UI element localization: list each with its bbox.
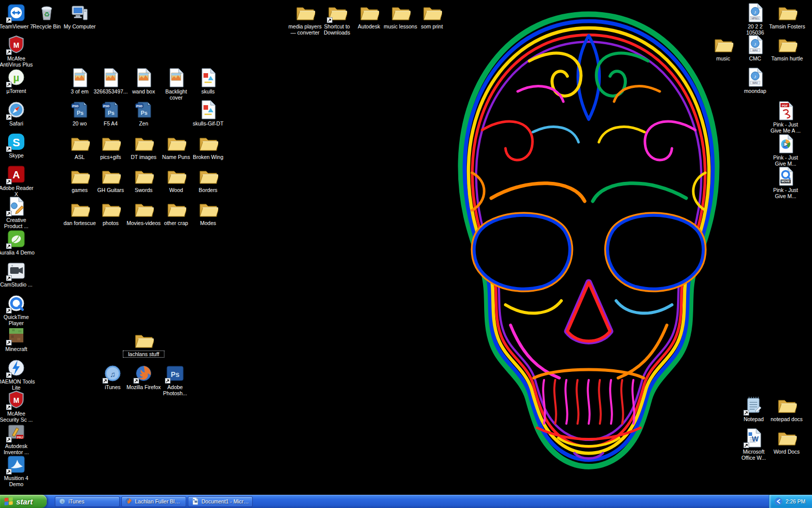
desktop-icon-daemon-tools-lite[interactable]: DAEMON Tools Lite bbox=[0, 358, 33, 391]
desktop-icon-autodesk-inventor[interactable]: PRJAutodesk Inventor ... bbox=[0, 422, 33, 455]
taskbar-button-lachlan-fuller-blog[interactable]: Lachlan Fuller Blog | ... bbox=[121, 496, 186, 507]
desktop-icon-torrent[interactable]: µµTorrent bbox=[0, 67, 33, 94]
desktop-icon-zen[interactable]: PSDPsZen bbox=[126, 100, 161, 126]
svg-text:W: W bbox=[752, 435, 759, 443]
desktop-icon-skulls-gif-dt[interactable]: skulls-Gif-DT bbox=[191, 100, 225, 126]
taskbar-button-itunes[interactable]: ♫iTunes bbox=[55, 496, 120, 507]
desktop-icon-quicktime-player[interactable]: QuickTime Player bbox=[0, 293, 33, 326]
desktop-icon-mcafee-security-sc[interactable]: MMcAfee Security Sc ... bbox=[0, 390, 33, 423]
psd-file-icon: PSDPs bbox=[133, 100, 154, 120]
mcafee-icon: M bbox=[6, 390, 26, 410]
folder-icon bbox=[70, 199, 90, 219]
itunes-file-icon: ♪MPEG bbox=[745, 3, 765, 23]
skype-icon: S bbox=[6, 132, 26, 152]
psd-file-icon: PSDPs bbox=[70, 100, 90, 120]
desktop-icon-recycle-bin[interactable]: ♻Recycle Bin bbox=[29, 3, 64, 29]
svg-text:A: A bbox=[13, 169, 20, 180]
windows-logo-icon bbox=[4, 496, 14, 506]
taskbar: start ♫iTunesLachlan Fuller Blog | ...WD… bbox=[0, 495, 812, 508]
svg-text:µ: µ bbox=[13, 72, 19, 83]
mcafee-icon: M bbox=[6, 35, 26, 55]
desktop-icon-creative-product[interactable]: Creative Product ... bbox=[0, 196, 33, 229]
mov-file-icon: MOVIE bbox=[775, 166, 796, 186]
desktop-icon-3266353497[interactable]: 3266353497... bbox=[93, 68, 128, 94]
icon-label: Modes bbox=[188, 220, 228, 226]
desktop-icon-adobe-reader-x[interactable]: AAdobe Reader X bbox=[0, 164, 33, 197]
desktop-icon-pink-just-give-m[interactable]: Pink - Just Give M... bbox=[768, 134, 803, 167]
desktop-icon-my-computer[interactable]: My Computer bbox=[62, 3, 97, 29]
desktop-icon-notepad-docs[interactable]: notepad docs bbox=[769, 395, 804, 422]
daemon-tools-icon bbox=[6, 358, 26, 378]
desktop[interactable]: TeamViewer 7♻Recycle BinMy ComputerMMcAf… bbox=[0, 0, 812, 495]
folder-icon bbox=[70, 133, 90, 153]
icon-label: Borders bbox=[188, 187, 228, 193]
desktop-icon-lachlans-stuff[interactable]: lachlans stuff bbox=[126, 330, 161, 357]
folder-icon bbox=[390, 3, 411, 23]
icon-label: Tamsin hurtle bbox=[767, 55, 807, 61]
skulls-file-icon bbox=[198, 68, 218, 88]
recycle-bin-icon: ♻ bbox=[37, 3, 57, 23]
folder-icon bbox=[133, 166, 154, 186]
desktop-icon-moondap[interactable]: ♪WAVmoondap bbox=[738, 67, 772, 94]
desktop-icon-pink-just-give-me-a[interactable]: PDFPink - Just Give Me A ... bbox=[768, 101, 803, 134]
desktop-icon-skulls[interactable]: skulls bbox=[191, 68, 225, 94]
desktop-icon-pink-just-give-m[interactable]: MOVIEPink - Just Give M... bbox=[768, 166, 803, 199]
image-file-icon bbox=[70, 68, 90, 88]
svg-text:Ps: Ps bbox=[108, 110, 114, 116]
icon-label: Broken Wing bbox=[188, 154, 228, 160]
folder-icon bbox=[776, 428, 797, 448]
auralia-icon bbox=[6, 229, 26, 249]
desktop-icon-backlight-cover[interactable]: Backlight cover bbox=[159, 68, 193, 101]
icon-label: CamStudio ... bbox=[0, 281, 37, 288]
desktop-icon-notepad[interactable]: Notepad bbox=[736, 395, 771, 422]
desktop-icon-tamsin-hurtle[interactable]: Tamsin hurtle bbox=[770, 35, 804, 61]
start-button[interactable]: start bbox=[0, 495, 47, 508]
desktop-icon-skype[interactable]: SSkype bbox=[0, 132, 33, 158]
icon-label: Pink - Just Give M... bbox=[765, 154, 806, 167]
windows-xp-desktop: { "desktop": { "background": "#000000", … bbox=[0, 0, 812, 508]
icon-label: McAfee AntiVirus Plus bbox=[0, 55, 37, 68]
desktop-icon-20-2-2-105036[interactable]: ♪MPEG20 2 2 105036 bbox=[738, 3, 772, 36]
desktop-icon-som-print[interactable]: som print bbox=[415, 3, 449, 29]
desktop-icon-f5-a4[interactable]: PSDPsF5 A4 bbox=[93, 100, 128, 126]
folder-icon bbox=[198, 133, 218, 153]
desktop-icon-mcafee-antivirus-plus[interactable]: MMcAfee AntiVirus Plus bbox=[0, 35, 33, 68]
desktop-icon-word-docs[interactable]: Word Docs bbox=[769, 428, 804, 455]
start-button-label: start bbox=[16, 497, 33, 506]
firefox-icon bbox=[125, 497, 132, 506]
desktop-icon-shortcut-to-downloads[interactable]: Shortcut to Downloads bbox=[320, 3, 354, 36]
folder-icon bbox=[198, 166, 218, 186]
desktop-icon-camstudio[interactable]: CamStudio ... bbox=[0, 261, 33, 288]
desktop-icon-gh-guitars[interactable]: GH Guitars bbox=[93, 166, 128, 193]
camstudio-icon bbox=[6, 261, 26, 281]
desktop-icon-adobe-photosh[interactable]: PsAdobe Photosh... bbox=[158, 363, 192, 396]
desktop-icon-tamsin-fosters[interactable]: Tamsin Fosters bbox=[770, 3, 804, 29]
desktop-icon-minecraft[interactable]: Minecraft bbox=[0, 325, 33, 352]
taskbar-buttons: ♫iTunesLachlan Fuller Blog | ...WDocumen… bbox=[55, 496, 253, 507]
tray-clock[interactable]: 2:26 PM bbox=[786, 498, 805, 504]
pdf-file-icon: PDF bbox=[775, 101, 796, 121]
skulls-file-icon bbox=[198, 100, 218, 120]
desktop-icon-borders[interactable]: Borders bbox=[191, 166, 225, 193]
taskbar-button-document1-microsof[interactable]: WDocument1 - Microsof... bbox=[188, 496, 253, 507]
desktop-icon-musition-4-demo[interactable]: Musition 4 Demo bbox=[0, 454, 33, 487]
desktop-icon-modes[interactable]: Modes bbox=[191, 199, 225, 226]
desktop-icon-pics-gifs[interactable]: pics+gifs bbox=[93, 133, 128, 160]
svg-text:♪: ♪ bbox=[754, 41, 757, 47]
itunes-icon: ♫ bbox=[103, 363, 123, 384]
quicktime-tray-icon[interactable] bbox=[774, 497, 783, 505]
folder-icon bbox=[359, 3, 379, 23]
wallpaper-skull-art bbox=[406, 0, 771, 488]
desktop-icon-broken-wing[interactable]: Broken Wing bbox=[191, 133, 225, 160]
icon-label: moondap bbox=[735, 88, 775, 94]
icon-label: My Computer bbox=[59, 23, 100, 29]
desktop-icon-safari[interactable]: Safari bbox=[0, 100, 33, 126]
svg-text:M: M bbox=[13, 41, 19, 49]
desktop-icon-microsoft-office-w[interactable]: WMicrosoft Office W... bbox=[736, 428, 771, 461]
autodesk-inventor-icon: PRJ bbox=[6, 422, 26, 442]
desktop-icon-photos[interactable]: photos bbox=[93, 199, 128, 226]
taskbar-button-label: Lachlan Fuller Blog | ... bbox=[135, 498, 183, 504]
svg-text:MOVIE: MOVIE bbox=[782, 180, 790, 183]
desktop-icon-auralia-4-demo[interactable]: Auralia 4 Demo bbox=[0, 229, 33, 256]
notepad-icon bbox=[743, 395, 764, 416]
